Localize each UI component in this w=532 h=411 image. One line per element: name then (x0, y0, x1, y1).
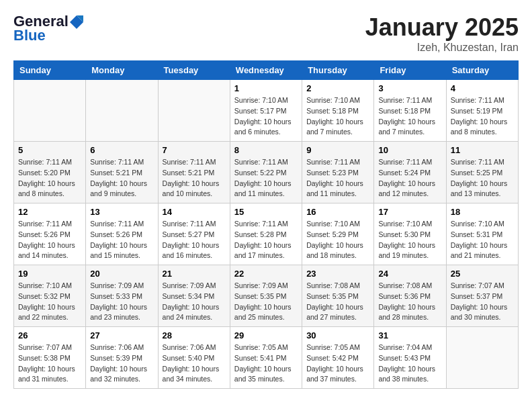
calendar-cell: 26Sunrise: 7:07 AM Sunset: 5:38 PM Dayli… (14, 327, 86, 389)
calendar-cell: 17Sunrise: 7:10 AM Sunset: 5:30 PM Dayli… (374, 203, 446, 265)
day-number: 4 (451, 83, 514, 93)
day-info: Sunrise: 7:11 AM Sunset: 5:21 PM Dayligh… (90, 157, 153, 199)
calendar-cell: 9Sunrise: 7:11 AM Sunset: 5:23 PM Daylig… (302, 142, 374, 203)
day-info: Sunrise: 7:09 AM Sunset: 5:35 PM Dayligh… (234, 281, 298, 323)
day-number: 15 (234, 207, 298, 217)
day-info: Sunrise: 7:11 AM Sunset: 5:20 PM Dayligh… (18, 157, 81, 199)
calendar-cell: 22Sunrise: 7:09 AM Sunset: 5:35 PM Dayli… (230, 265, 302, 327)
calendar-table: SundayMondayTuesdayWednesdayThursdayFrid… (13, 60, 519, 389)
calendar-cell: 5Sunrise: 7:11 AM Sunset: 5:20 PM Daylig… (14, 142, 86, 203)
day-info: Sunrise: 7:10 AM Sunset: 5:30 PM Dayligh… (378, 219, 441, 261)
calendar-cell: 10Sunrise: 7:11 AM Sunset: 5:24 PM Dayli… (374, 142, 446, 203)
day-number: 16 (306, 207, 369, 217)
day-number: 8 (234, 145, 298, 155)
day-info: Sunrise: 7:11 AM Sunset: 5:24 PM Dayligh… (378, 157, 441, 199)
calendar-cell: 11Sunrise: 7:11 AM Sunset: 5:25 PM Dayli… (446, 142, 518, 203)
day-number: 18 (451, 207, 514, 217)
day-number: 26 (18, 330, 81, 340)
day-info: Sunrise: 7:11 AM Sunset: 5:25 PM Dayligh… (451, 157, 514, 199)
calendar-cell: 8Sunrise: 7:11 AM Sunset: 5:22 PM Daylig… (230, 142, 302, 203)
calendar-cell: 3Sunrise: 7:11 AM Sunset: 5:18 PM Daylig… (374, 80, 446, 142)
day-number: 7 (163, 145, 226, 155)
day-number: 13 (90, 207, 153, 217)
day-number: 19 (18, 269, 81, 279)
calendar-cell: 6Sunrise: 7:11 AM Sunset: 5:21 PM Daylig… (86, 142, 158, 203)
day-info: Sunrise: 7:07 AM Sunset: 5:37 PM Dayligh… (451, 281, 514, 323)
weekday-header-thursday: Thursday (302, 61, 374, 80)
calendar-cell: 19Sunrise: 7:10 AM Sunset: 5:32 PM Dayli… (14, 265, 86, 327)
day-info: Sunrise: 7:11 AM Sunset: 5:26 PM Dayligh… (90, 219, 153, 261)
day-info: Sunrise: 7:11 AM Sunset: 5:22 PM Dayligh… (234, 157, 298, 199)
day-info: Sunrise: 7:11 AM Sunset: 5:18 PM Dayligh… (378, 95, 441, 138)
calendar-subtitle: Izeh, Khuzestan, Iran (365, 42, 519, 54)
day-number: 10 (378, 145, 441, 155)
weekday-header-sunday: Sunday (14, 61, 86, 80)
calendar-cell: 23Sunrise: 7:08 AM Sunset: 5:35 PM Dayli… (302, 265, 374, 327)
day-number: 11 (451, 145, 514, 155)
day-info: Sunrise: 7:11 AM Sunset: 5:27 PM Dayligh… (163, 219, 226, 261)
weekday-header-saturday: Saturday (446, 61, 518, 80)
day-number: 28 (163, 330, 226, 340)
calendar-cell: 7Sunrise: 7:11 AM Sunset: 5:21 PM Daylig… (158, 142, 230, 203)
calendar-cell: 20Sunrise: 7:09 AM Sunset: 5:33 PM Dayli… (86, 265, 158, 327)
day-info: Sunrise: 7:11 AM Sunset: 5:26 PM Dayligh… (18, 219, 81, 261)
day-info: Sunrise: 7:09 AM Sunset: 5:33 PM Dayligh… (90, 281, 153, 323)
calendar-cell: 30Sunrise: 7:05 AM Sunset: 5:42 PM Dayli… (302, 327, 374, 389)
calendar-cell: 28Sunrise: 7:06 AM Sunset: 5:40 PM Dayli… (158, 327, 230, 389)
day-number: 1 (234, 83, 298, 93)
day-number: 21 (163, 269, 226, 279)
weekday-header-wednesday: Wednesday (230, 61, 302, 80)
day-info: Sunrise: 7:10 AM Sunset: 5:18 PM Dayligh… (306, 95, 369, 138)
day-info: Sunrise: 7:10 AM Sunset: 5:17 PM Dayligh… (234, 95, 298, 138)
day-info: Sunrise: 7:09 AM Sunset: 5:34 PM Dayligh… (163, 281, 226, 323)
week-row-1: 1Sunrise: 7:10 AM Sunset: 5:17 PM Daylig… (14, 80, 519, 142)
calendar-cell: 16Sunrise: 7:10 AM Sunset: 5:29 PM Dayli… (302, 203, 374, 265)
day-number: 6 (90, 145, 153, 155)
calendar-title: January 2025 (365, 13, 519, 42)
title-area: January 2025 Izeh, Khuzestan, Iran (365, 13, 519, 54)
day-info: Sunrise: 7:10 AM Sunset: 5:29 PM Dayligh… (306, 219, 369, 261)
day-info: Sunrise: 7:08 AM Sunset: 5:36 PM Dayligh… (378, 281, 441, 323)
calendar-cell: 15Sunrise: 7:11 AM Sunset: 5:28 PM Dayli… (230, 203, 302, 265)
week-row-5: 26Sunrise: 7:07 AM Sunset: 5:38 PM Dayli… (14, 327, 519, 389)
calendar-cell: 1Sunrise: 7:10 AM Sunset: 5:17 PM Daylig… (230, 80, 302, 142)
day-number: 20 (90, 269, 153, 279)
calendar-cell: 14Sunrise: 7:11 AM Sunset: 5:27 PM Dayli… (158, 203, 230, 265)
day-number: 24 (378, 269, 441, 279)
calendar-cell: 31Sunrise: 7:04 AM Sunset: 5:43 PM Dayli… (374, 327, 446, 389)
day-number: 30 (306, 330, 369, 340)
weekday-header-friday: Friday (374, 61, 446, 80)
day-number: 31 (378, 330, 441, 340)
calendar-cell: 29Sunrise: 7:05 AM Sunset: 5:41 PM Dayli… (230, 327, 302, 389)
calendar-cell: 4Sunrise: 7:11 AM Sunset: 5:19 PM Daylig… (446, 80, 518, 142)
day-info: Sunrise: 7:05 AM Sunset: 5:41 PM Dayligh… (234, 342, 298, 385)
day-number: 29 (234, 330, 298, 340)
day-info: Sunrise: 7:05 AM Sunset: 5:42 PM Dayligh… (306, 342, 369, 385)
calendar-cell: 12Sunrise: 7:11 AM Sunset: 5:26 PM Dayli… (14, 203, 86, 265)
week-row-2: 5Sunrise: 7:11 AM Sunset: 5:20 PM Daylig… (14, 142, 519, 203)
calendar-cell: 25Sunrise: 7:07 AM Sunset: 5:37 PM Dayli… (446, 265, 518, 327)
day-number: 23 (306, 269, 369, 279)
weekday-header-row: SundayMondayTuesdayWednesdayThursdayFrid… (14, 61, 519, 80)
calendar-cell: 2Sunrise: 7:10 AM Sunset: 5:18 PM Daylig… (302, 80, 374, 142)
day-info: Sunrise: 7:11 AM Sunset: 5:23 PM Dayligh… (306, 157, 369, 199)
calendar-cell: 27Sunrise: 7:06 AM Sunset: 5:39 PM Dayli… (86, 327, 158, 389)
day-info: Sunrise: 7:06 AM Sunset: 5:40 PM Dayligh… (163, 342, 226, 385)
logo-icon (70, 15, 83, 29)
day-number: 14 (163, 207, 226, 217)
day-number: 9 (306, 145, 369, 155)
day-info: Sunrise: 7:11 AM Sunset: 5:21 PM Dayligh… (163, 157, 226, 199)
logo: General Blue (13, 13, 83, 44)
day-number: 12 (18, 207, 81, 217)
day-info: Sunrise: 7:10 AM Sunset: 5:31 PM Dayligh… (451, 219, 514, 261)
calendar-cell: 18Sunrise: 7:10 AM Sunset: 5:31 PM Dayli… (446, 203, 518, 265)
weekday-header-tuesday: Tuesday (158, 61, 230, 80)
calendar-cell (86, 80, 158, 142)
week-row-4: 19Sunrise: 7:10 AM Sunset: 5:32 PM Dayli… (14, 265, 519, 327)
day-number: 17 (378, 207, 441, 217)
week-row-3: 12Sunrise: 7:11 AM Sunset: 5:26 PM Dayli… (14, 203, 519, 265)
calendar-cell (14, 80, 86, 142)
day-info: Sunrise: 7:07 AM Sunset: 5:38 PM Dayligh… (18, 342, 81, 385)
calendar-cell: 13Sunrise: 7:11 AM Sunset: 5:26 PM Dayli… (86, 203, 158, 265)
day-number: 27 (90, 330, 153, 340)
